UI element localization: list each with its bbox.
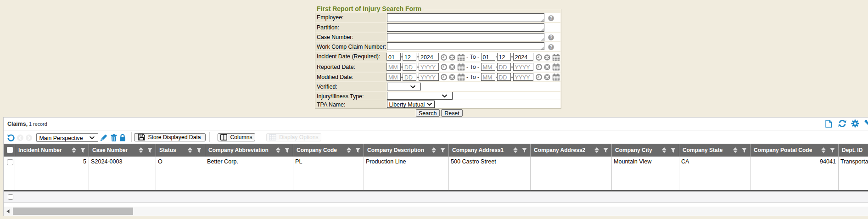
svg-text:?: ? [549, 16, 552, 21]
svg-text:?: ? [549, 35, 552, 40]
svg-text:?: ? [549, 45, 552, 50]
